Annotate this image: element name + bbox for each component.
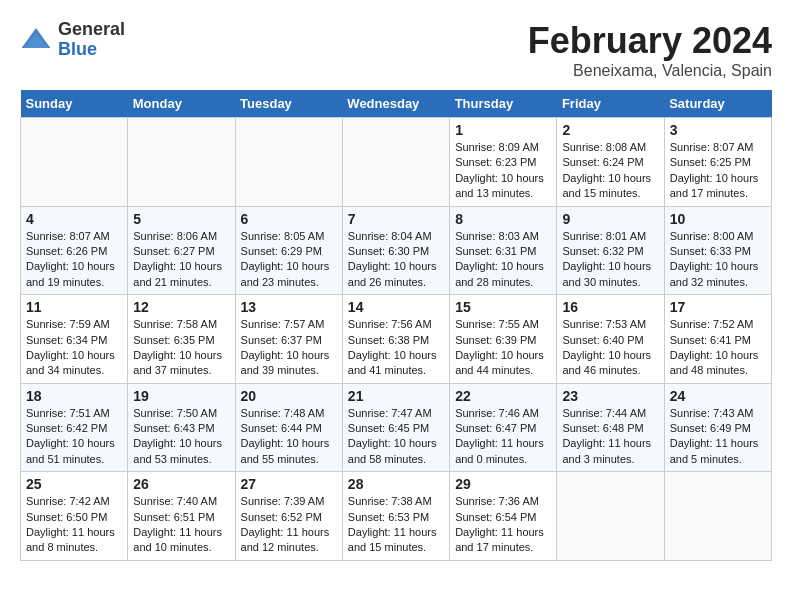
day-info: Sunrise: 7:48 AM Sunset: 6:44 PM Dayligh…	[241, 406, 337, 468]
column-header-saturday: Saturday	[664, 90, 771, 118]
day-number: 14	[348, 299, 444, 315]
calendar-cell: 26 Sunrise: 7:40 AM Sunset: 6:51 PM Dayl…	[128, 472, 235, 561]
calendar-cell: 9 Sunrise: 8:01 AM Sunset: 6:32 PM Dayli…	[557, 206, 664, 295]
calendar-cell: 3 Sunrise: 8:07 AM Sunset: 6:25 PM Dayli…	[664, 118, 771, 207]
calendar-cell: 21 Sunrise: 7:47 AM Sunset: 6:45 PM Dayl…	[342, 383, 449, 472]
calendar-cell: 16 Sunrise: 7:53 AM Sunset: 6:40 PM Dayl…	[557, 295, 664, 384]
calendar-cell	[128, 118, 235, 207]
calendar-cell: 14 Sunrise: 7:56 AM Sunset: 6:38 PM Dayl…	[342, 295, 449, 384]
column-header-monday: Monday	[128, 90, 235, 118]
day-info: Sunrise: 8:07 AM Sunset: 6:26 PM Dayligh…	[26, 229, 122, 291]
day-info: Sunrise: 8:07 AM Sunset: 6:25 PM Dayligh…	[670, 140, 766, 202]
day-number: 15	[455, 299, 551, 315]
month-title: February 2024	[528, 20, 772, 62]
day-number: 7	[348, 211, 444, 227]
day-info: Sunrise: 7:44 AM Sunset: 6:48 PM Dayligh…	[562, 406, 658, 468]
calendar-cell: 1 Sunrise: 8:09 AM Sunset: 6:23 PM Dayli…	[450, 118, 557, 207]
day-info: Sunrise: 8:09 AM Sunset: 6:23 PM Dayligh…	[455, 140, 551, 202]
calendar-cell: 23 Sunrise: 7:44 AM Sunset: 6:48 PM Dayl…	[557, 383, 664, 472]
day-info: Sunrise: 7:57 AM Sunset: 6:37 PM Dayligh…	[241, 317, 337, 379]
calendar-cell: 6 Sunrise: 8:05 AM Sunset: 6:29 PM Dayli…	[235, 206, 342, 295]
week-row-1: 1 Sunrise: 8:09 AM Sunset: 6:23 PM Dayli…	[21, 118, 772, 207]
day-info: Sunrise: 8:03 AM Sunset: 6:31 PM Dayligh…	[455, 229, 551, 291]
day-number: 21	[348, 388, 444, 404]
day-number: 9	[562, 211, 658, 227]
logo-text: General Blue	[58, 20, 125, 60]
calendar-cell	[342, 118, 449, 207]
day-number: 26	[133, 476, 229, 492]
day-number: 5	[133, 211, 229, 227]
week-row-3: 11 Sunrise: 7:59 AM Sunset: 6:34 PM Dayl…	[21, 295, 772, 384]
column-header-thursday: Thursday	[450, 90, 557, 118]
page-header: General Blue February 2024 Beneixama, Va…	[20, 20, 772, 80]
logo-general: General	[58, 20, 125, 40]
logo: General Blue	[20, 20, 125, 60]
calendar-cell: 15 Sunrise: 7:55 AM Sunset: 6:39 PM Dayl…	[450, 295, 557, 384]
calendar-cell: 12 Sunrise: 7:58 AM Sunset: 6:35 PM Dayl…	[128, 295, 235, 384]
calendar-cell: 11 Sunrise: 7:59 AM Sunset: 6:34 PM Dayl…	[21, 295, 128, 384]
day-number: 19	[133, 388, 229, 404]
day-info: Sunrise: 7:38 AM Sunset: 6:53 PM Dayligh…	[348, 494, 444, 556]
column-header-sunday: Sunday	[21, 90, 128, 118]
calendar-cell: 5 Sunrise: 8:06 AM Sunset: 6:27 PM Dayli…	[128, 206, 235, 295]
calendar-cell: 2 Sunrise: 8:08 AM Sunset: 6:24 PM Dayli…	[557, 118, 664, 207]
day-info: Sunrise: 8:04 AM Sunset: 6:30 PM Dayligh…	[348, 229, 444, 291]
day-info: Sunrise: 7:55 AM Sunset: 6:39 PM Dayligh…	[455, 317, 551, 379]
calendar-cell: 29 Sunrise: 7:36 AM Sunset: 6:54 PM Dayl…	[450, 472, 557, 561]
day-number: 27	[241, 476, 337, 492]
day-number: 23	[562, 388, 658, 404]
calendar-cell: 28 Sunrise: 7:38 AM Sunset: 6:53 PM Dayl…	[342, 472, 449, 561]
calendar-cell: 17 Sunrise: 7:52 AM Sunset: 6:41 PM Dayl…	[664, 295, 771, 384]
day-info: Sunrise: 7:59 AM Sunset: 6:34 PM Dayligh…	[26, 317, 122, 379]
day-number: 1	[455, 122, 551, 138]
day-info: Sunrise: 7:40 AM Sunset: 6:51 PM Dayligh…	[133, 494, 229, 556]
day-number: 11	[26, 299, 122, 315]
day-info: Sunrise: 8:06 AM Sunset: 6:27 PM Dayligh…	[133, 229, 229, 291]
title-section: February 2024 Beneixama, Valencia, Spain	[528, 20, 772, 80]
calendar-cell	[557, 472, 664, 561]
calendar-cell	[664, 472, 771, 561]
header-row: SundayMondayTuesdayWednesdayThursdayFrid…	[21, 90, 772, 118]
calendar-cell: 19 Sunrise: 7:50 AM Sunset: 6:43 PM Dayl…	[128, 383, 235, 472]
column-header-friday: Friday	[557, 90, 664, 118]
day-info: Sunrise: 7:58 AM Sunset: 6:35 PM Dayligh…	[133, 317, 229, 379]
calendar-cell: 25 Sunrise: 7:42 AM Sunset: 6:50 PM Dayl…	[21, 472, 128, 561]
calendar-cell: 22 Sunrise: 7:46 AM Sunset: 6:47 PM Dayl…	[450, 383, 557, 472]
day-info: Sunrise: 7:56 AM Sunset: 6:38 PM Dayligh…	[348, 317, 444, 379]
calendar-cell: 10 Sunrise: 8:00 AM Sunset: 6:33 PM Dayl…	[664, 206, 771, 295]
calendar-cell: 24 Sunrise: 7:43 AM Sunset: 6:49 PM Dayl…	[664, 383, 771, 472]
day-number: 24	[670, 388, 766, 404]
calendar-cell: 18 Sunrise: 7:51 AM Sunset: 6:42 PM Dayl…	[21, 383, 128, 472]
logo-blue: Blue	[58, 40, 125, 60]
calendar-cell: 4 Sunrise: 8:07 AM Sunset: 6:26 PM Dayli…	[21, 206, 128, 295]
week-row-2: 4 Sunrise: 8:07 AM Sunset: 6:26 PM Dayli…	[21, 206, 772, 295]
logo-icon	[20, 24, 52, 56]
day-info: Sunrise: 7:50 AM Sunset: 6:43 PM Dayligh…	[133, 406, 229, 468]
day-info: Sunrise: 7:51 AM Sunset: 6:42 PM Dayligh…	[26, 406, 122, 468]
day-number: 8	[455, 211, 551, 227]
week-row-4: 18 Sunrise: 7:51 AM Sunset: 6:42 PM Dayl…	[21, 383, 772, 472]
calendar-cell: 7 Sunrise: 8:04 AM Sunset: 6:30 PM Dayli…	[342, 206, 449, 295]
day-number: 29	[455, 476, 551, 492]
day-info: Sunrise: 7:47 AM Sunset: 6:45 PM Dayligh…	[348, 406, 444, 468]
column-header-tuesday: Tuesday	[235, 90, 342, 118]
day-info: Sunrise: 7:42 AM Sunset: 6:50 PM Dayligh…	[26, 494, 122, 556]
day-number: 17	[670, 299, 766, 315]
day-number: 12	[133, 299, 229, 315]
location-subtitle: Beneixama, Valencia, Spain	[528, 62, 772, 80]
day-number: 20	[241, 388, 337, 404]
day-number: 10	[670, 211, 766, 227]
calendar-cell	[21, 118, 128, 207]
day-number: 22	[455, 388, 551, 404]
day-info: Sunrise: 8:05 AM Sunset: 6:29 PM Dayligh…	[241, 229, 337, 291]
day-info: Sunrise: 8:08 AM Sunset: 6:24 PM Dayligh…	[562, 140, 658, 202]
day-info: Sunrise: 7:43 AM Sunset: 6:49 PM Dayligh…	[670, 406, 766, 468]
day-number: 28	[348, 476, 444, 492]
day-info: Sunrise: 8:00 AM Sunset: 6:33 PM Dayligh…	[670, 229, 766, 291]
day-info: Sunrise: 7:52 AM Sunset: 6:41 PM Dayligh…	[670, 317, 766, 379]
day-number: 3	[670, 122, 766, 138]
day-number: 4	[26, 211, 122, 227]
week-row-5: 25 Sunrise: 7:42 AM Sunset: 6:50 PM Dayl…	[21, 472, 772, 561]
day-info: Sunrise: 7:53 AM Sunset: 6:40 PM Dayligh…	[562, 317, 658, 379]
day-number: 6	[241, 211, 337, 227]
